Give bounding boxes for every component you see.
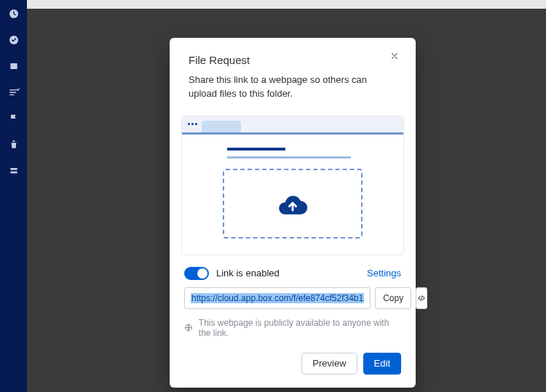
link-enable-row: Link is enabled Settings xyxy=(170,255,416,287)
checklist-icon[interactable] xyxy=(7,86,20,99)
check-circle-icon[interactable] xyxy=(7,33,20,47)
app-root: File Request Share this link to a webpag… xyxy=(0,0,546,392)
placeholder-line-heading xyxy=(227,148,285,151)
ellipsis-icon xyxy=(186,123,199,125)
browser-mock xyxy=(181,116,404,255)
modal-subtitle: Share this link to a webpage so others c… xyxy=(189,73,397,101)
edit-button[interactable]: Edit xyxy=(363,353,401,375)
code-icon xyxy=(416,293,427,303)
close-icon xyxy=(389,51,400,61)
modal-footer: Preview Edit xyxy=(170,338,416,375)
book-icon[interactable] xyxy=(7,60,20,73)
public-note-row: This webpage is publicly available to an… xyxy=(170,309,416,338)
flag-icon[interactable] xyxy=(7,112,20,125)
settings-link[interactable]: Settings xyxy=(367,268,401,279)
link-enabled-toggle[interactable] xyxy=(184,267,209,280)
browser-tabstrip xyxy=(182,116,403,132)
modal-header: File Request Share this link to a webpag… xyxy=(170,38,416,108)
link-enabled-label: Link is enabled xyxy=(216,268,280,279)
layers-icon[interactable] xyxy=(7,164,20,177)
globe-icon xyxy=(184,323,193,332)
svg-rect-4 xyxy=(10,172,17,174)
cloud-upload-icon xyxy=(277,191,309,217)
illustration xyxy=(170,116,416,255)
clock-icon[interactable] xyxy=(7,7,20,20)
placeholder-lines xyxy=(227,148,358,159)
browser-tab xyxy=(202,121,241,132)
modal-title: File Request xyxy=(189,54,397,66)
file-request-modal: File Request Share this link to a webpag… xyxy=(170,38,416,388)
svg-rect-3 xyxy=(10,168,17,170)
modal-overlay: File Request Share this link to a webpag… xyxy=(27,0,546,392)
share-url-value: https://cloud.app.box.com/f/efe874cf52f3… xyxy=(191,293,364,303)
copy-button[interactable]: Copy xyxy=(375,287,411,309)
public-note-text: This webpage is publicly available to an… xyxy=(199,318,401,338)
trash-icon[interactable] xyxy=(7,138,20,151)
share-url-input[interactable]: https://cloud.app.box.com/f/efe874cf52f3… xyxy=(184,287,371,309)
preview-button[interactable]: Preview xyxy=(301,353,357,375)
svg-rect-2 xyxy=(10,63,17,69)
left-sidebar xyxy=(0,0,27,392)
main-area: File Request Share this link to a webpag… xyxy=(27,0,546,392)
embed-button[interactable] xyxy=(416,287,427,309)
link-enable-left: Link is enabled xyxy=(184,267,280,280)
browser-body xyxy=(182,135,403,255)
placeholder-line-sub xyxy=(227,156,351,159)
url-row: https://cloud.app.box.com/f/efe874cf52f3… xyxy=(170,287,416,309)
close-button[interactable] xyxy=(389,51,403,64)
upload-dropzone xyxy=(223,169,363,239)
